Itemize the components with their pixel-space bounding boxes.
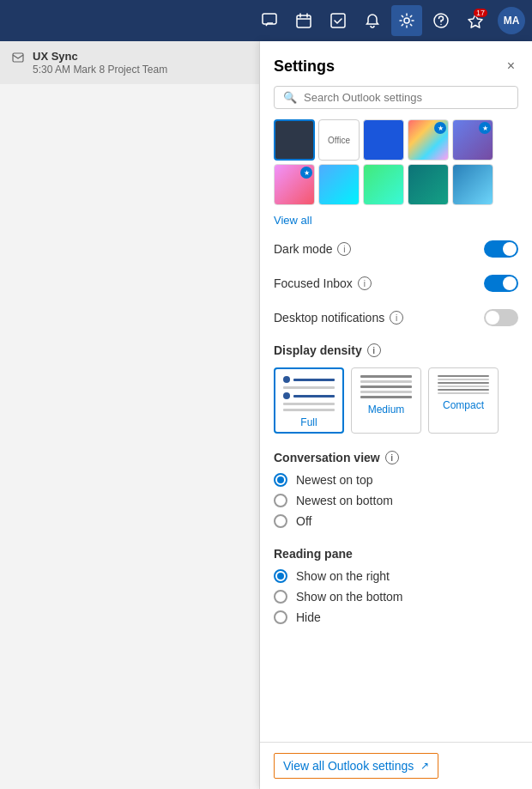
gear-icon[interactable] [391,5,422,36]
reading-pane-hide[interactable]: Hide [274,610,518,624]
theme-blue[interactable] [363,119,404,161]
main-content: UX Sync 5:30 AM Mark 8 Project Team Sett… [0,41,532,789]
help-icon[interactable] [426,5,456,36]
email-sender: UX Sync [33,50,167,63]
search-icon: 🔍 [283,91,297,104]
desktop-notifications-text: Desktop notifications [274,311,384,325]
focused-inbox-text: Focused Inbox [274,276,353,290]
themes-grid: Office ★ ★ ★ [260,119,532,205]
email-meta: 5:30 AM Mark 8 Project Team [33,64,167,76]
settings-title: Settings [274,58,335,76]
search-box: 🔍 [274,86,518,109]
display-density-section: Display density i [260,335,532,362]
calendar-icon[interactable] [288,5,319,36]
email-icon [12,52,24,66]
conversation-newest-top-label: Newest on top [296,473,373,487]
conversation-off-radio[interactable] [274,514,287,528]
view-all-settings-link[interactable]: View all Outlook settings ↗ [274,753,438,779]
notification-badge: 17 [474,9,487,17]
theme-waves[interactable] [452,164,493,205]
theme-flowers[interactable]: ★ [274,164,315,205]
bell-icon[interactable] [357,5,388,36]
conversation-newest-top-radio[interactable] [274,473,287,487]
conversation-view-options: Newest on top Newest on bottom Off [260,470,532,531]
display-density-info-icon[interactable]: i [367,343,381,357]
svg-point-3 [404,18,409,23]
density-medium-label: Medium [368,404,405,416]
theme-circuit[interactable] [408,164,449,205]
conversation-view-label: Conversation view [274,451,380,464]
reading-pane-right[interactable]: Show on the right [274,569,518,583]
external-link-icon: ↗ [420,760,429,772]
focused-inbox-label: Focused Inbox i [274,276,372,290]
desktop-notifications-label: Desktop notifications i [274,311,403,325]
reading-pane-bottom[interactable]: Show on the bottom [274,590,518,604]
email-list-item[interactable]: UX Sync 5:30 AM Mark 8 Project Team [0,41,259,84]
reading-pane-hide-radio[interactable] [274,610,287,624]
conversation-newest-top[interactable]: Newest on top [274,473,518,487]
conversation-view-section: Conversation view i [260,442,532,470]
view-all-themes[interactable]: View all [260,209,532,232]
reading-pane-right-radio[interactable] [274,569,287,583]
desktop-notifications-info-icon[interactable]: i [390,311,403,325]
theme-blue-pattern[interactable]: ★ [452,119,493,161]
density-full[interactable]: Full [274,367,344,434]
focused-inbox-toggle[interactable] [484,275,518,292]
theme-office-label: Office [319,120,359,160]
activity-icon[interactable]: 17 [460,5,491,36]
reading-pane-right-label: Show on the right [296,569,390,583]
settings-header: Settings × [260,41,532,86]
reading-pane-options: Show on the right Show on the bottom Hid… [260,566,532,628]
desktop-notifications-toggle[interactable] [484,309,518,326]
density-medium[interactable]: Medium [351,367,421,434]
email-time: 5:30 AM [33,64,70,76]
reading-pane-section: Reading pane [260,538,532,566]
email-content: UX Sync 5:30 AM Mark 8 Project Team [33,50,167,76]
conversation-newest-bottom[interactable]: Newest on bottom [274,494,518,507]
svg-point-5 [440,24,442,26]
settings-scroll-area[interactable]: Office ★ ★ ★ [260,119,532,742]
reading-pane-hide-label: Hide [296,610,321,624]
email-subject-text: Mark 8 Project Team [73,64,167,76]
theme-office[interactable]: Office [318,119,360,161]
focused-inbox-info-icon[interactable]: i [358,276,372,290]
theme-mountains[interactable] [318,164,360,205]
desktop-notifications-row: Desktop notifications i [260,300,532,335]
dark-mode-text: Dark mode [274,242,332,256]
reading-pane-label: Reading pane [274,547,353,561]
close-button[interactable]: × [504,55,518,77]
svg-rect-1 [297,15,311,27]
svg-rect-6 [13,53,23,62]
focused-inbox-row: Focused Inbox i [260,266,532,300]
theme-star-icon-3: ★ [300,167,312,179]
tasks-icon[interactable] [323,5,354,36]
view-all-settings-footer: View all Outlook settings ↗ [260,742,532,789]
density-compact[interactable]: Compact [428,367,499,434]
theme-star-icon: ★ [434,122,446,134]
svg-rect-0 [263,14,276,24]
email-list-panel: UX Sync 5:30 AM Mark 8 Project Team [0,41,260,789]
conversation-newest-bottom-radio[interactable] [274,494,287,507]
density-compact-label: Compact [443,399,484,411]
search-input[interactable] [304,91,509,104]
theme-rainbow[interactable]: ★ [408,119,449,161]
display-density-label: Display density [274,343,362,357]
top-navigation-bar: 17 MA [0,0,532,41]
view-all-themes-link[interactable]: View all [260,209,326,232]
conversation-off-label: Off [296,514,311,528]
dark-mode-info-icon[interactable]: i [337,242,351,256]
dark-mode-label: Dark mode i [274,242,351,256]
conversation-off[interactable]: Off [274,514,518,528]
avatar[interactable]: MA [498,7,525,34]
theme-palms[interactable] [363,164,404,205]
conversation-newest-bottom-label: Newest on bottom [296,494,393,507]
reading-pane-bottom-label: Show on the bottom [296,590,403,604]
conversation-view-info-icon[interactable]: i [385,451,399,464]
dark-mode-toggle[interactable] [484,240,518,258]
reading-pane-bottom-radio[interactable] [274,590,287,604]
settings-panel: Settings × 🔍 Office ★ [260,41,532,789]
dark-mode-row: Dark mode i [260,232,532,266]
view-all-settings-text: View all Outlook settings [283,759,414,773]
theme-dark[interactable] [274,119,315,161]
chat-icon[interactable] [254,5,285,36]
